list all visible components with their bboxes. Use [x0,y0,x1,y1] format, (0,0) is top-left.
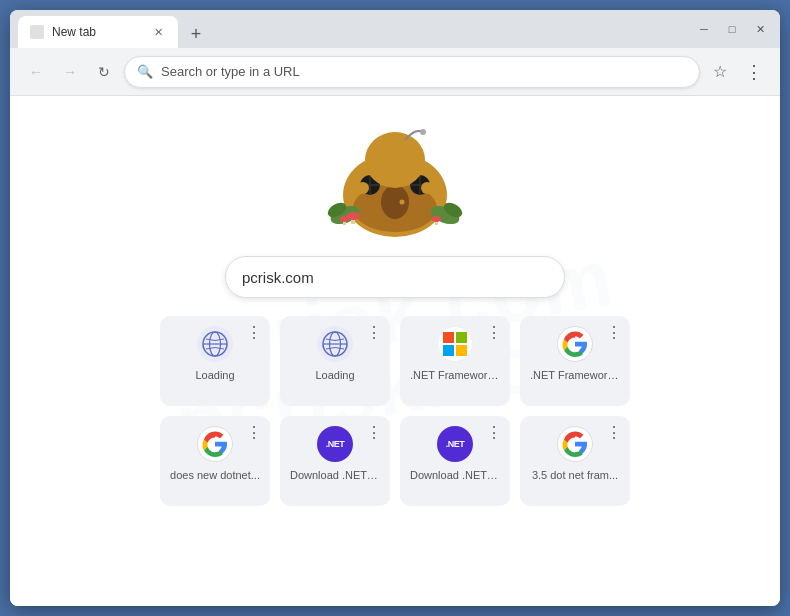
main-content: pcrisk.com pcrisk.com [10,96,780,606]
thumbnail-label: Loading [195,368,234,382]
tab-area: New tab ✕ + [18,10,684,48]
browser-window: New tab ✕ + ─ □ ✕ ← → ↻ 🔍 Search or type… [10,10,780,606]
url-bar[interactable]: 🔍 Search or type in a URL [124,56,700,88]
gnome-illustration [315,120,475,244]
thumbnail-menu-button[interactable]: ⋮ [364,422,384,442]
svg-point-12 [365,132,425,188]
title-bar: New tab ✕ + ─ □ ✕ [10,10,780,48]
url-text: Search or type in a URL [161,64,687,79]
tab-title: New tab [52,25,142,39]
search-box-value: pcrisk.com [242,269,314,286]
thumbnail-icon [557,426,593,462]
thumbnail-icon [197,426,233,462]
search-box-container: pcrisk.com [225,256,565,298]
bookmark-button[interactable]: ☆ [706,58,734,86]
thumbnail-item[interactable]: ⋮ does new dotnet... [160,416,270,506]
reload-button[interactable]: ↻ [90,58,118,86]
svg-point-23 [340,216,350,222]
new-tab-button[interactable]: + [182,20,210,48]
thumbnail-label: .NET Framework ... [530,368,620,382]
thumbnail-label: 3.5 dot net fram... [532,468,618,482]
thumbnail-menu-button[interactable]: ⋮ [364,322,384,342]
svg-point-13 [357,182,369,194]
thumbnail-label: Download .NET F... [410,468,500,482]
svg-rect-34 [443,345,454,356]
thumbnail-item[interactable]: ⋮ 3.5 dot net fram... [520,416,630,506]
window-controls: ─ □ ✕ [692,17,772,41]
thumbnail-item[interactable]: ⋮ .NET Framework ... [400,316,510,406]
maximize-button[interactable]: □ [720,17,744,41]
svg-rect-35 [456,345,467,356]
thumbnail-label: Download .NET F... [290,468,380,482]
address-bar: ← → ↻ 🔍 Search or type in a URL ☆ ⋮ [10,48,780,96]
thumbnail-item[interactable]: ⋮ Loading [280,316,390,406]
svg-point-15 [420,129,426,135]
thumbnail-item[interactable]: ⋮.NETDownload .NET F... [280,416,390,506]
thumbnail-item[interactable]: ⋮ .NET Framework ... [520,316,630,406]
svg-point-25 [432,216,442,222]
thumbnail-label: does new dotnet... [170,468,260,482]
thumbnail-menu-button[interactable]: ⋮ [484,422,504,442]
thumbnail-icon [317,326,353,362]
thumbnail-icon [437,326,473,362]
thumbnail-icon: .NET [437,426,473,462]
thumbnail-label: Loading [315,368,354,382]
thumbnails-grid: ⋮ Loading⋮ Loading⋮ .NET Framework ...⋮ … [160,316,630,506]
minimize-button[interactable]: ─ [692,17,716,41]
thumbnail-icon [557,326,593,362]
active-tab[interactable]: New tab ✕ [18,16,178,48]
thumbnail-icon: .NET [317,426,353,462]
thumbnail-menu-button[interactable]: ⋮ [244,422,264,442]
thumbnail-menu-button[interactable]: ⋮ [484,322,504,342]
svg-point-14 [421,182,433,194]
more-options-button[interactable]: ⋮ [740,58,768,86]
thumbnail-icon [197,326,233,362]
tab-favicon [30,25,44,39]
svg-point-3 [400,200,405,205]
search-icon: 🔍 [137,64,153,79]
thumbnail-label: .NET Framework ... [410,368,500,382]
svg-rect-32 [443,332,454,343]
thumbnail-item[interactable]: ⋮ Loading [160,316,270,406]
svg-point-2 [381,185,409,219]
close-button[interactable]: ✕ [748,17,772,41]
tab-close-button[interactable]: ✕ [150,24,166,40]
search-box[interactable]: pcrisk.com [225,256,565,298]
thumbnail-menu-button[interactable]: ⋮ [244,322,264,342]
svg-rect-33 [456,332,467,343]
thumbnail-menu-button[interactable]: ⋮ [604,422,624,442]
forward-button[interactable]: → [56,58,84,86]
thumbnail-menu-button[interactable]: ⋮ [604,322,624,342]
thumbnail-item[interactable]: ⋮.NETDownload .NET F... [400,416,510,506]
back-button[interactable]: ← [22,58,50,86]
